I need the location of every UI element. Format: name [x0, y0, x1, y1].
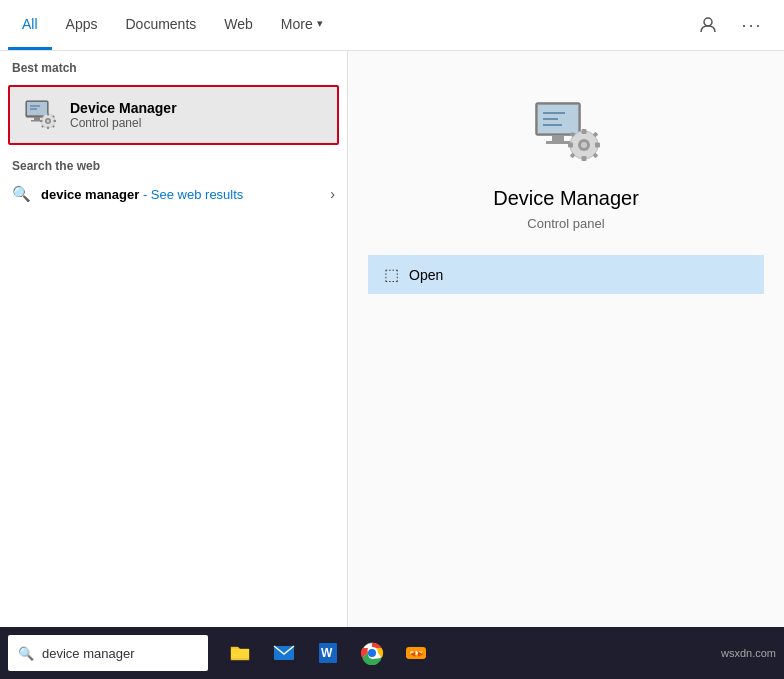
detail-device-manager-icon: [526, 91, 606, 171]
more-options-btn[interactable]: ···: [736, 9, 768, 41]
best-match-text: Device Manager Control panel: [70, 100, 177, 130]
tab-more[interactable]: More ▾: [267, 0, 337, 50]
svg-rect-31: [595, 143, 600, 148]
detail-subtitle: Control panel: [527, 216, 604, 231]
search-window: All Apps Documents Web More ▾ ···: [0, 0, 784, 679]
svg-rect-24: [546, 141, 570, 144]
tab-bar: All Apps Documents Web More ▾ ···: [0, 0, 784, 51]
best-match-subtitle: Control panel: [70, 116, 177, 130]
watermark: wsxdn.com: [721, 647, 784, 659]
taskbar-file-explorer[interactable]: [220, 633, 260, 673]
svg-rect-10: [47, 113, 49, 116]
taskbar-game[interactable]: ◀ ▶: [396, 633, 436, 673]
taskbar-search-bar[interactable]: 🔍 device manager: [8, 635, 208, 671]
open-icon: ⬚: [384, 265, 399, 284]
svg-rect-30: [568, 143, 573, 148]
tab-bar-icons: ···: [692, 9, 776, 41]
svg-point-27: [581, 142, 587, 148]
game-icon: ◀ ▶: [404, 641, 428, 665]
search-icon: 🔍: [12, 185, 31, 203]
svg-point-40: [368, 649, 376, 657]
search-web-label: Search the web: [0, 149, 347, 177]
main-content: Best match: [0, 51, 784, 679]
taskbar: 🔍 device manager W: [0, 627, 784, 679]
taskbar-icons: W ◀ ▶: [220, 633, 436, 673]
device-manager-icon: [22, 97, 58, 133]
taskbar-search-icon: 🔍: [18, 646, 34, 661]
svg-rect-5: [34, 117, 40, 120]
svg-rect-29: [582, 156, 587, 161]
tab-all[interactable]: All: [8, 0, 52, 50]
open-button[interactable]: ⬚ Open: [368, 255, 764, 294]
left-panel: Best match: [0, 51, 348, 679]
best-match-label: Best match: [0, 51, 347, 81]
svg-point-9: [47, 120, 50, 123]
chrome-icon: [360, 641, 384, 665]
right-panel: Device Manager Control panel ⬚ Open: [348, 51, 784, 679]
taskbar-search-text: device manager: [42, 646, 135, 661]
ellipsis-icon: ···: [741, 15, 762, 36]
tab-apps[interactable]: Apps: [52, 0, 112, 50]
web-search-text: device manager - See web results: [41, 187, 320, 202]
svg-rect-11: [47, 127, 49, 130]
svg-point-0: [704, 18, 712, 26]
taskbar-mail[interactable]: [264, 633, 304, 673]
tab-documents[interactable]: Documents: [111, 0, 210, 50]
svg-rect-28: [582, 129, 587, 134]
chevron-right-icon: ›: [330, 186, 335, 202]
tab-web[interactable]: Web: [210, 0, 267, 50]
svg-rect-13: [54, 120, 57, 122]
web-search-item[interactable]: 🔍 device manager - See web results ›: [0, 177, 347, 211]
svg-rect-12: [40, 120, 43, 122]
detail-title: Device Manager: [493, 187, 639, 210]
taskbar-chrome[interactable]: [352, 633, 392, 673]
person-icon: [699, 16, 717, 34]
action-buttons: ⬚ Open: [368, 255, 764, 294]
person-icon-btn[interactable]: [692, 9, 724, 41]
taskbar-word[interactable]: W: [308, 633, 348, 673]
svg-text:W: W: [321, 646, 333, 660]
mail-icon: [272, 641, 296, 665]
word-icon: W: [316, 641, 340, 665]
best-match-title: Device Manager: [70, 100, 177, 116]
folder-icon: [228, 641, 252, 665]
best-match-item[interactable]: Device Manager Control panel: [8, 85, 339, 145]
chevron-down-icon: ▾: [317, 17, 323, 30]
svg-rect-23: [552, 135, 564, 141]
